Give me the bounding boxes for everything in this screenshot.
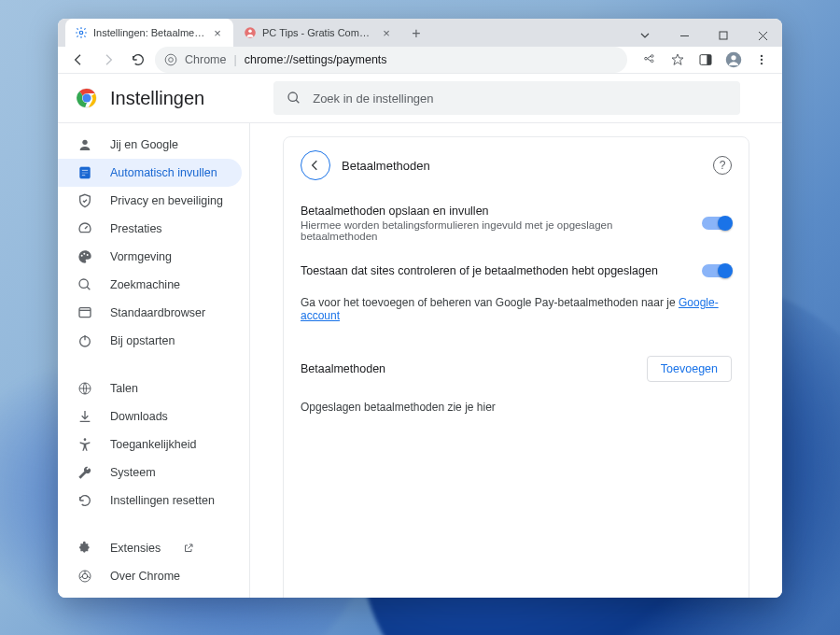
sidebar-item-label: Zoekmachine <box>110 278 180 291</box>
search-placeholder: Zoek in de instellingen <box>313 92 433 106</box>
sidebar-item-label: Bij opstarten <box>110 334 175 347</box>
sidebar-item-label: Over Chrome <box>110 570 180 583</box>
add-button[interactable]: Toevoegen <box>647 356 732 382</box>
toggle-save-fill[interactable] <box>702 217 732 230</box>
chevron-down-icon[interactable] <box>625 21 665 49</box>
back-button[interactable] <box>301 150 330 180</box>
sidebar-item-languages[interactable]: Talen <box>58 374 242 402</box>
tab-inactive[interactable]: PC Tips - Gratis Computer Tips, k × <box>234 19 402 47</box>
person-icon <box>77 136 93 153</box>
sidebar-item-label: Systeem <box>110 466 156 479</box>
browser-icon <box>77 304 93 321</box>
palette-icon <box>77 248 93 265</box>
settings-card: Betaalmethoden ? Betaalmethoden opslaan … <box>283 136 749 598</box>
speedometer-icon <box>77 220 93 237</box>
sidebar-item-privacy[interactable]: Privacy en beveiliging <box>58 187 242 215</box>
sidebar-item-label: Talen <box>110 382 138 395</box>
back-button[interactable] <box>65 47 91 73</box>
sidebar-item-label: Downloads <box>110 410 168 423</box>
sidebar-item-label: Instellingen resetten <box>110 494 215 507</box>
settings-sidebar: Jij en Google Automatisch invullen Priva… <box>58 123 250 598</box>
sidebar-item-label: Jij en Google <box>110 138 178 151</box>
download-icon <box>77 408 93 425</box>
svg-point-24 <box>87 254 89 256</box>
accessibility-icon <box>77 436 93 453</box>
sidebar-item-accessibility[interactable]: Toegankelijkheid <box>58 430 242 459</box>
svg-point-16 <box>288 92 297 101</box>
external-link-icon <box>183 543 194 554</box>
chrome-icon <box>164 53 177 66</box>
minimize-button[interactable] <box>665 21 704 49</box>
sidebar-item-label: Extensies <box>110 542 161 555</box>
sidebar-item-performance[interactable]: Prestaties <box>58 215 242 243</box>
sidebar-item-label: Privacy en beveiliging <box>110 194 223 207</box>
setting-row-allow-check: Toestaan dat sites controleren of je bet… <box>284 253 749 289</box>
shield-icon <box>77 192 93 209</box>
note-text: Ga voor het toevoegen of beheren van Goo… <box>301 296 679 309</box>
sidebar-item-autofill[interactable]: Automatisch invullen <box>58 159 242 187</box>
svg-rect-7 <box>707 55 711 65</box>
url-separator: | <box>233 53 236 66</box>
window-controls <box>625 19 782 52</box>
tab-title: Instellingen: Betaalmethoden <box>93 27 205 38</box>
close-icon[interactable]: × <box>211 26 224 39</box>
sidebar-item-on-startup[interactable]: Bij opstarten <box>58 327 242 355</box>
favicon <box>244 26 257 39</box>
sidebar-item-search[interactable]: Zoekmachine <box>58 271 242 299</box>
sidebar-item-default-browser[interactable]: Standaardbrowser <box>58 299 242 327</box>
svg-rect-19 <box>82 170 89 171</box>
divider <box>69 364 242 365</box>
sidebar-item-you-google[interactable]: Jij en Google <box>58 131 242 159</box>
svg-point-12 <box>761 63 763 64</box>
forward-button[interactable] <box>95 47 121 73</box>
settings-search[interactable]: Zoek in de instellingen <box>273 81 740 115</box>
settings-content: Instellingen Zoek in de instellingen Jij… <box>58 74 782 598</box>
panel-title: Betaalmethoden <box>342 159 702 173</box>
sidebar-item-label: Vormgeving <box>110 250 172 263</box>
help-icon[interactable]: ? <box>713 156 732 175</box>
autofill-icon <box>77 164 93 181</box>
toggle-allow-check[interactable] <box>702 264 732 277</box>
payment-methods-section: Betaalmethoden Toevoegen <box>284 339 749 388</box>
address-bar[interactable]: Chrome | chrome://settings/payments <box>155 47 627 73</box>
main-panel: Betaalmethoden ? Betaalmethoden opslaan … <box>250 123 782 598</box>
section-title: Betaalmethoden <box>301 362 385 375</box>
setting-text: Toestaan dat sites controleren of je bet… <box>301 264 687 277</box>
sidebar-item-label: Standaardbrowser <box>110 306 205 319</box>
svg-point-2 <box>248 30 252 34</box>
close-icon[interactable]: × <box>380 26 393 39</box>
maximize-button[interactable] <box>704 21 743 49</box>
sidebar-item-extensions[interactable]: Extensies <box>58 534 242 562</box>
google-pay-note: Ga voor het toevoegen of beheren van Goo… <box>284 289 749 339</box>
sidebar-item-label: Automatisch invullen <box>110 166 217 179</box>
sidebar-item-about[interactable]: Over Chrome <box>58 562 242 590</box>
chrome-icon <box>77 568 93 585</box>
search-icon <box>77 276 93 293</box>
svg-point-17 <box>82 140 87 145</box>
setting-title: Toestaan dat sites controleren of je bet… <box>301 264 687 277</box>
divider <box>69 524 242 525</box>
tab-active[interactable]: Instellingen: Betaalmethoden × <box>65 19 233 47</box>
reload-button[interactable] <box>125 47 151 73</box>
tab-title: PC Tips - Gratis Computer Tips, k <box>262 27 374 38</box>
close-button[interactable] <box>743 21 782 49</box>
setting-row-save-fill: Betaalmethoden opslaan en invullen Hierm… <box>284 193 749 253</box>
setting-subtitle: Hiermee worden betalingsformulieren inge… <box>301 219 687 242</box>
svg-rect-20 <box>82 172 89 173</box>
setting-text: Betaalmethoden opslaan en invullen Hierm… <box>301 205 687 242</box>
svg-rect-26 <box>79 308 91 318</box>
panel-header: Betaalmethoden ? <box>284 137 749 193</box>
sidebar-item-appearance[interactable]: Vormgeving <box>58 243 242 271</box>
svg-point-22 <box>81 255 83 257</box>
sidebar-item-system[interactable]: Systeem <box>58 459 242 487</box>
new-tab-button[interactable]: + <box>403 21 429 47</box>
chrome-window: Instellingen: Betaalmethoden × PC Tips -… <box>58 19 782 598</box>
svg-rect-21 <box>82 175 86 176</box>
sidebar-item-reset[interactable]: Instellingen resetten <box>58 487 242 515</box>
settings-body: Jij en Google Automatisch invullen Priva… <box>58 122 782 598</box>
svg-rect-3 <box>720 32 727 39</box>
svg-point-11 <box>761 59 763 61</box>
url-prefix: Chrome <box>185 53 226 66</box>
svg-point-4 <box>165 54 176 65</box>
sidebar-item-downloads[interactable]: Downloads <box>58 402 242 430</box>
